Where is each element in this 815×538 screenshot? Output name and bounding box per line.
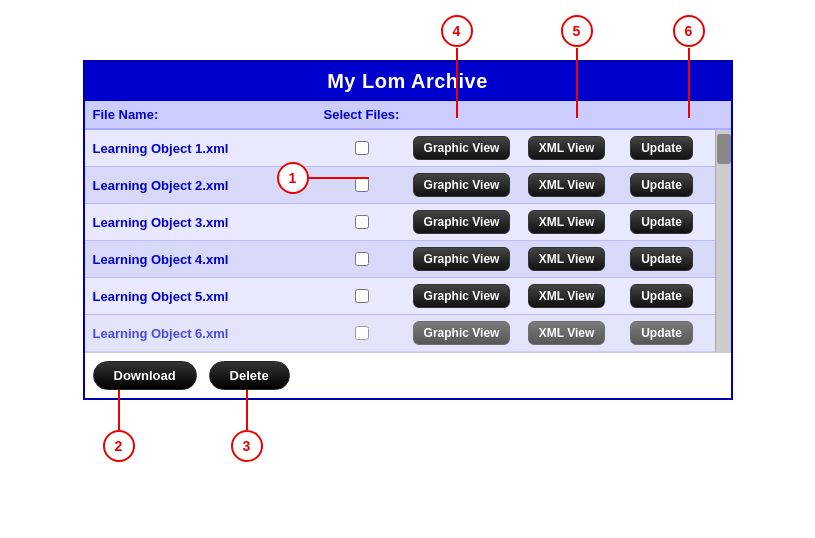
scrollbar-thumb[interactable]	[717, 134, 731, 164]
annotation-5-line	[576, 48, 578, 118]
row-4-xml-view-button[interactable]: XML View	[528, 247, 606, 271]
archive-header: File Name: Select Files:	[85, 101, 731, 129]
annotation-5: 5	[561, 15, 593, 47]
row-5-checkbox[interactable]	[355, 289, 369, 303]
row-6-filename: Learning Object 6.xml	[93, 326, 317, 341]
table-row: Learning Object 1.xml Graphic View XML V…	[85, 130, 715, 167]
annotation-3-line	[246, 390, 248, 430]
row-3-graphic-view-button[interactable]: Graphic View	[413, 210, 511, 234]
row-2-xml-view-button[interactable]: XML View	[528, 173, 606, 197]
row-1-update-col: Update	[617, 136, 707, 160]
annotation-1-line	[309, 177, 369, 179]
download-button[interactable]: Download	[93, 361, 197, 390]
table-row: Learning Object 2.xml Graphic View XML V…	[85, 167, 715, 204]
annotation-6: 6	[673, 15, 705, 47]
row-6-graphic-col: Graphic View	[407, 321, 517, 345]
row-1-update-button[interactable]: Update	[630, 136, 693, 160]
annotation-4: 4	[441, 15, 473, 47]
row-2-xml-col: XML View	[517, 173, 617, 197]
row-3-xml-view-button[interactable]: XML View	[528, 210, 606, 234]
action-buttons-row: Download Delete	[85, 352, 731, 398]
annotation-2: 2	[103, 430, 135, 462]
archive-container: My Lom Archive File Name: Select Files: …	[83, 60, 733, 400]
row-4-update-col: Update	[617, 247, 707, 271]
row-5-update-button[interactable]: Update	[630, 284, 693, 308]
row-4-graphic-view-button[interactable]: Graphic View	[413, 247, 511, 271]
row-6-graphic-view-button[interactable]: Graphic View	[413, 321, 511, 345]
row-3-xml-col: XML View	[517, 210, 617, 234]
row-5-select	[317, 289, 407, 303]
row-5-update-col: Update	[617, 284, 707, 308]
row-1-graphic-col: Graphic View	[407, 136, 517, 160]
row-2-update-button[interactable]: Update	[630, 173, 693, 197]
table-row: Learning Object 3.xml Graphic View XML V…	[85, 204, 715, 241]
table-row: Learning Object 6.xml Graphic View XML V…	[85, 315, 715, 352]
row-6-xml-view-button[interactable]: XML View	[528, 321, 606, 345]
delete-button[interactable]: Delete	[209, 361, 290, 390]
row-3-filename: Learning Object 3.xml	[93, 215, 317, 230]
row-4-select	[317, 252, 407, 266]
row-5-graphic-col: Graphic View	[407, 284, 517, 308]
table-with-scroll: Learning Object 1.xml Graphic View XML V…	[85, 129, 731, 352]
row-3-checkbox[interactable]	[355, 215, 369, 229]
row-6-checkbox[interactable]	[355, 326, 369, 340]
row-5-xml-col: XML View	[517, 284, 617, 308]
annotation-3: 3	[231, 430, 263, 462]
row-3-update-button[interactable]: Update	[630, 210, 693, 234]
row-1-xml-view-button[interactable]: XML View	[528, 136, 606, 160]
row-5-graphic-view-button[interactable]: Graphic View	[413, 284, 511, 308]
annotation-2-line	[118, 390, 120, 430]
row-4-checkbox[interactable]	[355, 252, 369, 266]
row-2-graphic-view-button[interactable]: Graphic View	[413, 173, 511, 197]
row-4-filename: Learning Object 4.xml	[93, 252, 317, 267]
row-2-checkbox[interactable]	[355, 178, 369, 192]
row-4-update-button[interactable]: Update	[630, 247, 693, 271]
row-6-update-col: Update	[617, 321, 707, 345]
archive-title: My Lom Archive	[85, 62, 731, 101]
page-wrapper: 1 4 5 6 2 3 My Lom Archive File Name: Se…	[83, 60, 733, 400]
header-select: Select Files:	[317, 107, 407, 122]
row-3-select	[317, 215, 407, 229]
scrollbar[interactable]	[715, 130, 731, 352]
row-2-update-col: Update	[617, 173, 707, 197]
annotation-1: 1	[277, 162, 309, 194]
row-4-graphic-col: Graphic View	[407, 247, 517, 271]
row-2-graphic-col: Graphic View	[407, 173, 517, 197]
row-6-select	[317, 326, 407, 340]
row-6-update-button[interactable]: Update	[630, 321, 693, 345]
row-3-update-col: Update	[617, 210, 707, 234]
row-3-graphic-col: Graphic View	[407, 210, 517, 234]
row-1-xml-col: XML View	[517, 136, 617, 160]
table-row: Learning Object 5.xml Graphic View XML V…	[85, 278, 715, 315]
row-1-filename: Learning Object 1.xml	[93, 141, 317, 156]
row-5-xml-view-button[interactable]: XML View	[528, 284, 606, 308]
row-2-select	[317, 178, 407, 192]
annotation-6-line	[688, 48, 690, 118]
row-6-xml-col: XML View	[517, 321, 617, 345]
table-row: Learning Object 4.xml Graphic View XML V…	[85, 241, 715, 278]
annotation-4-line	[456, 48, 458, 118]
row-1-select	[317, 141, 407, 155]
row-1-checkbox[interactable]	[355, 141, 369, 155]
row-5-filename: Learning Object 5.xml	[93, 289, 317, 304]
row-1-graphic-view-button[interactable]: Graphic View	[413, 136, 511, 160]
row-4-xml-col: XML View	[517, 247, 617, 271]
table-rows-area: Learning Object 1.xml Graphic View XML V…	[85, 130, 715, 352]
header-filename: File Name:	[93, 107, 317, 122]
